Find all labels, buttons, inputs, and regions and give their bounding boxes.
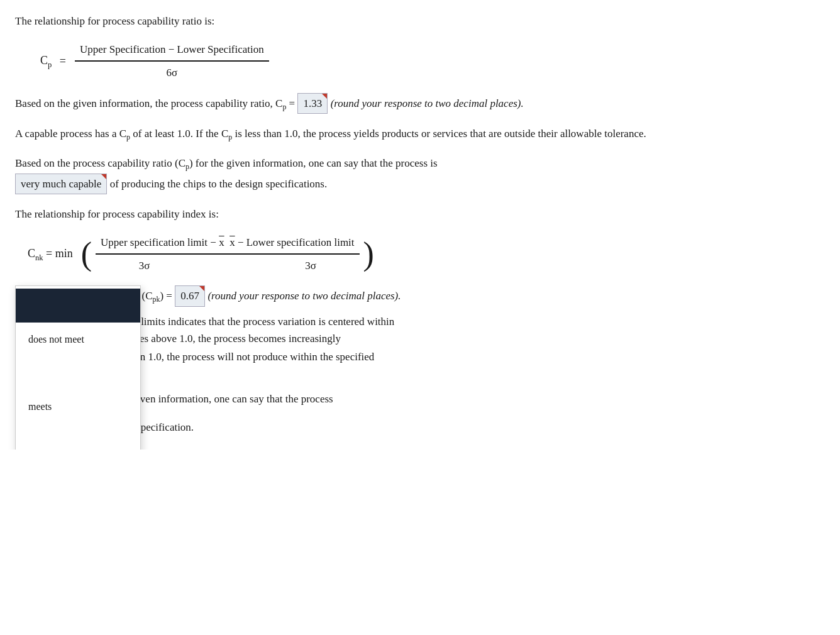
dropdown-option-does-not-meet[interactable]: does not meet: [16, 323, 140, 356]
dropdown-option-blank2: [16, 356, 140, 390]
dropdown-popup[interactable]: does not meet meets is better than: [15, 285, 141, 450]
cpk-sub: nk: [35, 253, 43, 262]
cp-denominator: 6σ: [162, 62, 183, 81]
dropdown-option-meets[interactable]: meets: [16, 390, 140, 424]
process-statement-paragraph: Based on the process capability ratio (C…: [15, 155, 825, 194]
cpk-value-box[interactable]: 0.67: [175, 285, 205, 306]
process-sentence-3: of producing the chips to the design spe…: [107, 178, 327, 190]
xbar1: x: [219, 236, 224, 248]
cpk-intro-paragraph: The relationship for process capability …: [15, 206, 825, 223]
process-sentence-1: Based on the process capability ratio (C: [15, 157, 185, 169]
cp-note: (round your response to two decimal plac…: [331, 97, 524, 109]
page-content: The relationship for process capability …: [15, 13, 825, 437]
cpk-den-1b: 3σ: [305, 257, 316, 274]
dropdown-option-blank3: [16, 424, 140, 450]
cpk-result-sub: pk: [153, 295, 160, 304]
cpk-fraction-1: Upper specification limit − x x − Lower …: [96, 234, 359, 274]
dropdown-section: does not meet meets is better than the p…: [15, 285, 825, 409]
cp-formula-block: Cp = Upper Specification − Lower Specifi…: [40, 41, 825, 81]
cp-sub: p: [48, 60, 52, 69]
left-paren: (: [73, 238, 92, 270]
cpk-den-1: 3σ , 3σ: [96, 255, 359, 274]
cpk-intro-text: The relationship for process capability …: [15, 208, 219, 220]
cpk-formula-block: Cnk = min ( Upper specification limit − …: [28, 234, 825, 274]
cpk-num-1: Upper specification limit − x x − Lower …: [96, 234, 359, 255]
capable-text-2: of at least 1.0. If the C: [130, 128, 228, 140]
cp-equals: =: [57, 52, 66, 70]
capable-paragraph: A capable process has a Cp of at least 1…: [15, 125, 825, 143]
cp-numerator: Upper Specification − Lower Specificatio…: [75, 41, 269, 62]
cp-result-paragraph: Based on the given information, the proc…: [15, 93, 825, 114]
capable-text-3: is less than 1.0, the process yields pro…: [232, 128, 646, 140]
right-paren: ): [363, 238, 374, 270]
cpk-fractions: Upper specification limit − x x − Lower …: [92, 234, 363, 274]
cpk-result-text-2: ) =: [160, 290, 175, 302]
cp-result-text-2: =: [286, 97, 297, 109]
xbar2: x: [229, 236, 235, 248]
cp-result-text-1: Based on the given information, the proc…: [15, 97, 282, 109]
very-capable-dropdown[interactable]: very much capable: [15, 174, 107, 194]
intro-text: The relationship for process capability …: [15, 15, 214, 27]
dropdown-option-blank[interactable]: [16, 289, 140, 323]
cpk-label: Cnk = min: [28, 245, 73, 264]
cpk-note: (round your response to two decimal plac…: [207, 290, 401, 302]
cp-fraction: Upper Specification − Lower Specificatio…: [75, 41, 269, 81]
capable-text-1: A capable process has a C: [15, 128, 126, 140]
intro-paragraph: The relationship for process capability …: [15, 13, 825, 30]
process-sentence-2: ) for the given information, one can say…: [189, 157, 438, 169]
cp-formula-label: Cp: [40, 52, 52, 71]
cp-value-box[interactable]: 1.33: [297, 93, 328, 114]
cpk-den-1a: 3σ: [139, 257, 150, 274]
